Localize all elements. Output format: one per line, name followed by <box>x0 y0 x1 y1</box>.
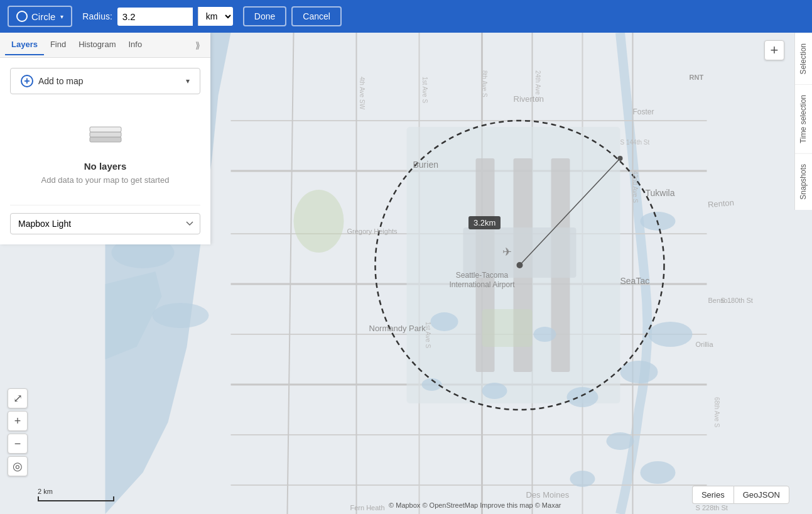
zoom-in-button[interactable]: + <box>8 411 28 431</box>
add-to-map-button[interactable]: + Add to map ▾ <box>10 68 200 94</box>
svg-text:Gregory Heights: Gregory Heights <box>347 227 398 235</box>
svg-point-35 <box>607 432 634 450</box>
left-panel: Layers Find Histogram Info ⟫ + Add to ma… <box>0 33 210 244</box>
zoom-out-button[interactable]: − <box>8 434 28 454</box>
svg-text:S 144th St: S 144th St <box>620 139 650 146</box>
map-controls: ⤢ + − ◎ <box>8 388 28 476</box>
svg-text:68th Ave S: 68th Ave S <box>713 397 720 428</box>
svg-text:42nd Ave S: 42nd Ave S <box>632 171 639 203</box>
done-button[interactable]: Done <box>243 6 286 26</box>
basemap-selector: Mapbox Light Mapbox Dark Mapbox Streets … <box>10 205 200 234</box>
svg-text:Burien: Burien <box>413 160 438 170</box>
svg-text:✈: ✈ <box>502 246 512 258</box>
attribution: © Mapbox © OpenStreetMap Improve this ma… <box>389 501 561 509</box>
svg-text:Foster: Foster <box>633 107 654 116</box>
tab-layers[interactable]: Layers <box>5 35 44 55</box>
scale-bar: 2 km <box>38 488 114 501</box>
panel-content: + Add to map ▾ No layers Add data to you… <box>0 58 210 244</box>
scale-bar-line <box>38 496 114 501</box>
circle-tool-button[interactable]: Circle ▾ <box>8 6 72 27</box>
svg-rect-2 <box>90 127 121 132</box>
no-layers-subtitle: Add data to your map to get started <box>41 175 170 185</box>
layers-icon <box>87 119 124 153</box>
svg-text:SeaTac: SeaTac <box>620 276 650 286</box>
svg-point-36 <box>641 461 676 484</box>
svg-text:Des Moines: Des Moines <box>526 490 570 500</box>
time-selection-button[interactable]: Time selection <box>795 84 812 153</box>
right-sidebar: Selection Time selection Snapshots <box>794 33 812 210</box>
circle-icon <box>16 11 28 22</box>
svg-text:8th Ave S: 8th Ave S <box>481 70 488 97</box>
scale-text: 2 km <box>38 488 53 495</box>
cancel-button[interactable]: Cancel <box>291 6 342 26</box>
panel-tabs: Layers Find Histogram Info ⟫ <box>0 33 210 58</box>
svg-text:Renton: Renton <box>707 198 734 210</box>
svg-text:Normandy Park: Normandy Park <box>369 324 426 333</box>
svg-text:Seattle-Tacoma: Seattle-Tacoma <box>456 271 509 280</box>
chevron-right-icon: ▾ <box>186 77 190 85</box>
circle-label: Circle <box>31 11 55 22</box>
bottom-right-buttons: Series GeoJSON <box>692 486 789 504</box>
no-layers-section: No layers Add data to your map to get st… <box>10 104 200 195</box>
svg-point-37 <box>570 471 595 487</box>
svg-point-42 <box>517 262 523 268</box>
selection-button[interactable]: Selection <box>795 33 812 84</box>
fullscreen-button[interactable]: ⤢ <box>8 388 28 408</box>
location-button[interactable]: ◎ <box>8 456 28 476</box>
tab-histogram[interactable]: Histogram <box>72 35 122 55</box>
plus-map-button[interactable]: + <box>764 40 784 60</box>
unit-select[interactable]: km mi m ft <box>198 7 233 26</box>
svg-text:International Airport: International Airport <box>449 280 515 289</box>
radius-input[interactable] <box>117 8 193 26</box>
svg-rect-0 <box>90 137 121 142</box>
svg-point-43 <box>618 156 623 161</box>
svg-text:Fern Heath: Fern Heath <box>350 504 385 511</box>
svg-text:RNT: RNT <box>690 74 704 81</box>
svg-rect-1 <box>90 132 121 137</box>
svg-text:Tukwila: Tukwila <box>646 188 675 198</box>
chevron-down-icon: ▾ <box>60 13 63 20</box>
plus-icon: + <box>21 75 33 87</box>
svg-text:Orillia: Orillia <box>696 341 714 348</box>
radius-label: Radius: <box>82 11 112 21</box>
tab-find[interactable]: Find <box>44 35 72 55</box>
add-to-map-label: Add to map <box>38 76 84 86</box>
toolbar: Circle ▾ Radius: km mi m ft Done Cancel <box>0 0 812 33</box>
svg-text:1st Ave S: 1st Ave S <box>421 77 428 103</box>
tab-info[interactable]: Info <box>122 35 148 55</box>
svg-text:4th Ave SW: 4th Ave SW <box>359 77 365 110</box>
snapshots-button[interactable]: Snapshots <box>795 153 812 210</box>
no-layers-title: No layers <box>84 161 127 172</box>
svg-text:1st Ave S: 1st Ave S <box>425 322 431 348</box>
basemap-select[interactable]: Mapbox Light Mapbox Dark Mapbox Streets … <box>10 213 200 234</box>
svg-text:S 180th St: S 180th St <box>721 297 753 304</box>
series-button[interactable]: Series <box>692 486 734 504</box>
svg-text:24th Ave S: 24th Ave S <box>534 70 541 101</box>
panel-collapse-button[interactable]: ⟫ <box>190 38 205 53</box>
svg-point-33 <box>649 322 693 347</box>
svg-point-38 <box>294 190 344 253</box>
svg-point-6 <box>153 303 209 328</box>
geojson-button[interactable]: GeoJSON <box>734 486 789 504</box>
svg-text:S 228th St: S 228th St <box>696 504 728 511</box>
